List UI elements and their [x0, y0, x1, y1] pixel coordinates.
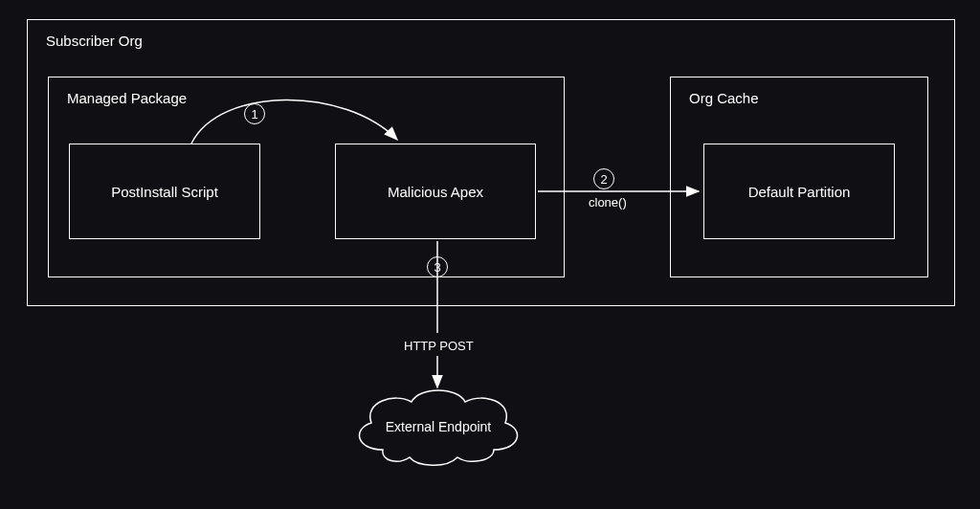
org-cache-label: Org Cache [689, 90, 759, 106]
step-2-badge: 2 [593, 168, 614, 189]
http-post-label: HTTP POST [404, 339, 474, 353]
default-partition-text: Default Partition [748, 184, 851, 200]
malicious-apex-text: Malicious Apex [388, 184, 483, 200]
step-1-badge: 1 [244, 103, 265, 124]
subscriber-org-label: Subscriber Org [46, 33, 143, 49]
default-partition-node: Default Partition [703, 144, 895, 239]
managed-package-label: Managed Package [67, 90, 187, 106]
step-3-number: 3 [434, 260, 440, 275]
step-1-number: 1 [251, 107, 257, 122]
external-endpoint-text: External Endpoint [381, 419, 496, 434]
clone-label: clone() [589, 195, 627, 210]
malicious-apex-node: Malicious Apex [335, 144, 536, 239]
step-3-badge: 3 [427, 256, 448, 277]
postinstall-script-node: PostInstall Script [69, 144, 260, 239]
postinstall-script-text: PostInstall Script [111, 184, 218, 200]
step-2-number: 2 [600, 172, 607, 187]
